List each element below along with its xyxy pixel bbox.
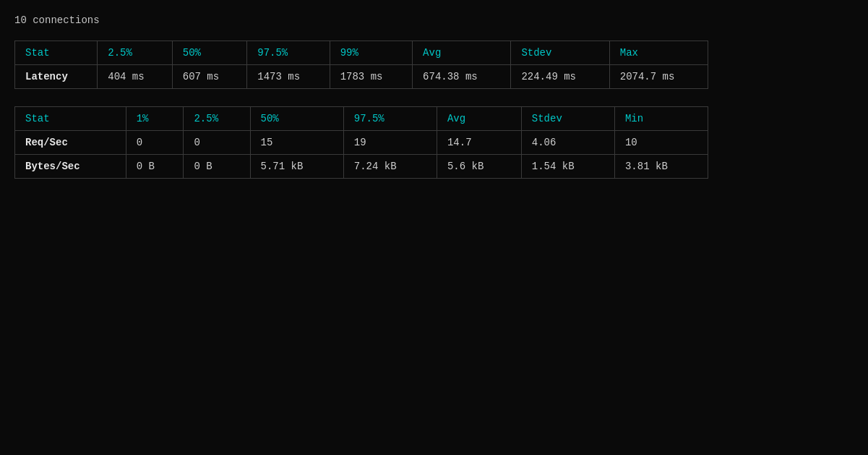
reqsec-col-p97_5: 97.5%	[343, 107, 437, 131]
reqsec-p97_5-value: 19	[343, 131, 437, 155]
latency-p99-value: 1783 ms	[330, 65, 412, 89]
reqsec-col-p1: 1%	[126, 107, 184, 131]
bytessec-p97_5-value: 7.24 kB	[343, 155, 437, 179]
reqsec-p2_5-value: 0	[184, 131, 250, 155]
reqsec-p1-value: 0	[126, 131, 184, 155]
reqsec-col-p50: 50%	[250, 107, 343, 131]
reqsec-col-avg: Avg	[437, 107, 521, 131]
reqsec-data-row: Req/Sec 0 0 15 19 14.7 4.06 10	[15, 131, 708, 155]
latency-stdev-value: 224.49 ms	[511, 65, 609, 89]
reqsec-stdev-value: 4.06	[521, 131, 614, 155]
connections-title: 10 connections	[14, 14, 854, 26]
reqsec-col-stat: Stat	[15, 107, 126, 131]
reqsec-table: Stat 1% 2.5% 50% 97.5% Avg Stdev Min Req…	[15, 107, 708, 178]
latency-col-max: Max	[609, 41, 708, 65]
reqsec-col-min: Min	[614, 107, 708, 131]
latency-avg-value: 674.38 ms	[413, 65, 511, 89]
latency-col-stdev: Stdev	[511, 41, 609, 65]
reqsec-min-value: 10	[614, 131, 708, 155]
bytessec-p50-value: 5.71 kB	[250, 155, 343, 179]
latency-p50-value: 607 ms	[172, 65, 246, 89]
latency-table-container: Stat 2.5% 50% 97.5% 99% Avg Stdev Max La…	[14, 41, 708, 89]
reqsec-col-p2_5: 2.5%	[184, 107, 250, 131]
latency-col-p50: 50%	[172, 41, 246, 65]
reqsec-stat-label: Req/Sec	[15, 131, 126, 155]
bytessec-p1-value: 0 B	[126, 155, 184, 179]
latency-p2_5-value: 404 ms	[98, 65, 172, 89]
reqsec-table-container: Stat 1% 2.5% 50% 97.5% Avg Stdev Min Req…	[14, 106, 708, 179]
bytessec-stat-label: Bytes/Sec	[15, 155, 126, 179]
bytessec-min-value: 3.81 kB	[614, 155, 708, 179]
latency-col-stat: Stat	[15, 41, 98, 65]
latency-data-row: Latency 404 ms 607 ms 1473 ms 1783 ms 67…	[15, 65, 708, 89]
latency-table: Stat 2.5% 50% 97.5% 99% Avg Stdev Max La…	[15, 41, 708, 88]
latency-p97_5-value: 1473 ms	[247, 65, 330, 89]
reqsec-col-stdev: Stdev	[521, 107, 614, 131]
reqsec-header-row: Stat 1% 2.5% 50% 97.5% Avg Stdev Min	[15, 107, 708, 131]
latency-col-p2_5: 2.5%	[98, 41, 172, 65]
latency-col-p97_5: 97.5%	[247, 41, 330, 65]
latency-col-p99: 99%	[330, 41, 412, 65]
reqsec-p50-value: 15	[250, 131, 343, 155]
bytessec-avg-value: 5.6 kB	[437, 155, 521, 179]
bytessec-data-row: Bytes/Sec 0 B 0 B 5.71 kB 7.24 kB 5.6 kB…	[15, 155, 708, 179]
latency-stat-label: Latency	[15, 65, 98, 89]
bytessec-stdev-value: 1.54 kB	[521, 155, 614, 179]
latency-max-value: 2074.7 ms	[609, 65, 708, 89]
latency-col-avg: Avg	[413, 41, 511, 65]
latency-header-row: Stat 2.5% 50% 97.5% 99% Avg Stdev Max	[15, 41, 708, 65]
bytessec-p2_5-value: 0 B	[184, 155, 250, 179]
reqsec-avg-value: 14.7	[437, 131, 521, 155]
